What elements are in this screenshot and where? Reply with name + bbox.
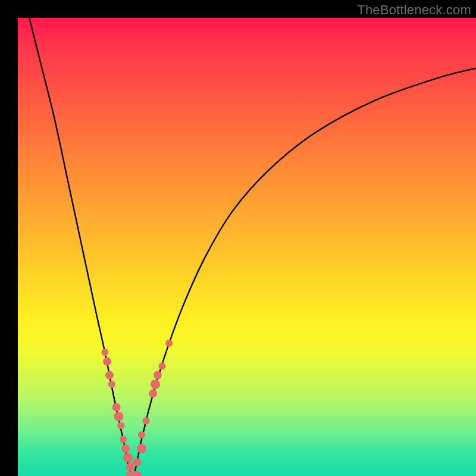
data-markers [101, 340, 173, 476]
data-marker [154, 371, 162, 380]
data-marker [112, 403, 121, 412]
data-marker [143, 418, 150, 425]
chart-frame: TheBottleneck.com [0, 0, 476, 476]
data-marker [120, 436, 127, 443]
data-marker [114, 412, 123, 421]
data-marker [137, 444, 146, 453]
chart-svg [18, 18, 476, 476]
data-marker [123, 453, 133, 462]
data-marker [151, 380, 160, 389]
watermark-text: TheBottleneck.com [357, 2, 471, 18]
data-marker [149, 389, 157, 397]
plot-area [18, 18, 476, 476]
data-marker [138, 431, 145, 439]
data-marker [117, 422, 124, 429]
data-marker [126, 463, 134, 471]
bottleneck-curve [29, 18, 476, 476]
data-marker [101, 349, 108, 356]
data-marker [105, 371, 114, 380]
data-marker [165, 340, 173, 347]
data-marker [159, 362, 166, 369]
data-marker [108, 381, 115, 388]
data-marker [121, 444, 130, 453]
data-marker [133, 458, 141, 466]
data-marker [103, 358, 111, 366]
